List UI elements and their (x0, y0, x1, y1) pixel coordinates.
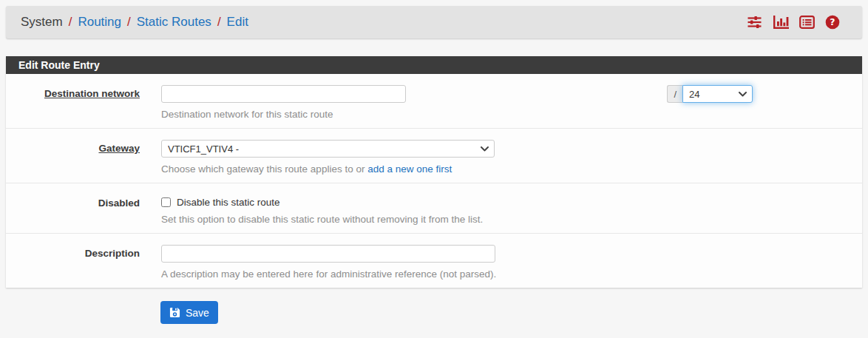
destination-network-help: Destination network for this static rout… (161, 109, 850, 120)
disable-route-checkbox-label: Disable this static route (177, 197, 280, 208)
edit-route-entry-panel: Edit Route Entry Destination network / 2… (6, 56, 862, 288)
description-label: Description (6, 245, 140, 280)
destination-network-row: Destination network / 24 Destinatio (6, 74, 862, 129)
breadcrumb-item-edit[interactable]: Edit (227, 15, 248, 30)
header-icon-group: ? (747, 15, 840, 30)
breadcrumb-separator: / (217, 15, 221, 30)
save-icon (169, 307, 180, 318)
save-button[interactable]: Save (160, 301, 218, 324)
subnet-mask-select[interactable]: 24 (682, 85, 753, 103)
gateway-help-text: Choose which gateway this route applies … (161, 163, 367, 175)
breadcrumb-item-routing[interactable]: Routing (78, 15, 121, 30)
help-icon[interactable]: ? (825, 15, 840, 30)
gateway-help: Choose which gateway this route applies … (161, 163, 850, 175)
disabled-help: Set this option to disable this static r… (161, 214, 850, 225)
gateway-row: Gateway VTICF1_VTIV4 - Choose which gate… (6, 129, 862, 183)
save-button-label: Save (186, 307, 209, 319)
breadcrumb: System / Routing / Static Routes / Edit (6, 6, 862, 38)
breadcrumb-separator: / (69, 15, 72, 30)
disabled-row: Disabled Disable this static route Set t… (6, 183, 862, 234)
panel-title: Edit Route Entry (6, 56, 862, 74)
gateway-label: Gateway (6, 140, 140, 175)
add-gateway-link[interactable]: add a new one first (367, 163, 452, 175)
breadcrumb-item-static-routes[interactable]: Static Routes (137, 15, 211, 30)
description-input[interactable] (161, 245, 495, 263)
sliders-icon[interactable] (747, 15, 762, 30)
disabled-label: Disabled (6, 195, 140, 225)
gateway-select[interactable]: VTICF1_VTIV4 - (161, 140, 495, 158)
description-help: A description may be entered here for ad… (161, 268, 850, 280)
subnet-mask-prefix: / (667, 85, 682, 103)
list-icon[interactable] (799, 15, 815, 30)
destination-network-input[interactable] (161, 85, 406, 103)
subnet-mask-group: / 24 (667, 85, 753, 103)
breadcrumb-separator: / (127, 15, 131, 30)
description-row: Description A description may be entered… (6, 234, 862, 288)
disable-route-checkbox[interactable] (161, 197, 171, 207)
bar-chart-icon[interactable] (773, 15, 789, 30)
svg-text:?: ? (830, 16, 835, 27)
breadcrumb-item-system: System (21, 15, 63, 30)
panel-body: Destination network / 24 Destinatio (6, 74, 862, 288)
destination-network-label: Destination network (6, 85, 140, 120)
